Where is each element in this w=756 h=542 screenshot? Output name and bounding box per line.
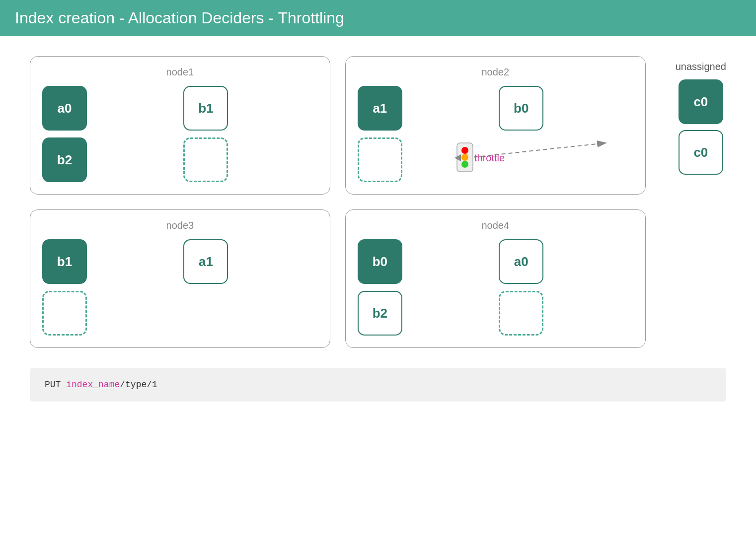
- unassigned-label: unassigned: [676, 61, 726, 72]
- shard-b2-primary: b2: [42, 137, 87, 182]
- code-suffix: /type/1: [120, 380, 157, 390]
- unassigned-c0-primary: c0: [679, 79, 723, 124]
- unassigned-area: unassigned c0 c0: [676, 61, 726, 175]
- header: Index creation - Allocation Deciders - T…: [0, 0, 756, 36]
- shard-empty-2: [358, 137, 402, 182]
- node4-shards: b0 a0 b2: [358, 239, 633, 336]
- shard-b1-replica: b1: [183, 86, 228, 131]
- shard-empty-3: [42, 291, 87, 336]
- code-block: PUT index_name/type/1: [30, 368, 726, 402]
- nodes-grid: node1 a0 b1 b2 node2 a1 b0: [30, 56, 646, 348]
- node2-box: node2 a1 b0: [345, 56, 646, 195]
- shard-b0-replica: b0: [499, 86, 543, 131]
- node1-label: node1: [42, 67, 318, 78]
- shard-empty-4: [499, 291, 543, 336]
- shard-b1-primary: b1: [42, 239, 87, 284]
- node2-shards: a1 b0: [358, 86, 633, 182]
- node1-shards: a0 b1 b2: [42, 86, 318, 182]
- shard-a0-replica: a0: [499, 239, 543, 284]
- shard-a1-primary: a1: [358, 86, 402, 131]
- diagram-area: node1 a0 b1 b2 node2 a1 b0: [30, 56, 726, 348]
- shard-a1-replica: a1: [183, 239, 228, 284]
- diagram-wrapper: node1 a0 b1 b2 node2 a1 b0: [30, 51, 726, 348]
- shard-a0-primary: a0: [42, 86, 87, 131]
- shard-b0-primary: b0: [358, 239, 402, 284]
- node3-label: node3: [42, 220, 318, 231]
- node4-label: node4: [358, 220, 633, 231]
- node3-shards: b1 a1: [42, 239, 318, 336]
- node4-box: node4 b0 a0 b2: [345, 209, 646, 348]
- node3-box: node3 b1 a1: [30, 209, 330, 348]
- node1-box: node1 a0 b1 b2: [30, 56, 330, 195]
- shard-empty-1: [183, 137, 228, 182]
- code-put: PUT: [45, 380, 66, 390]
- shard-b2-replica: b2: [358, 291, 402, 336]
- shard-placeholder-2: [499, 137, 543, 182]
- unassigned-c0-replica: c0: [679, 130, 723, 175]
- code-index-name: index_name: [66, 380, 120, 390]
- node2-label: node2: [358, 67, 633, 78]
- page-title: Index creation - Allocation Deciders - T…: [15, 9, 344, 27]
- shard-placeholder-3: [183, 291, 228, 336]
